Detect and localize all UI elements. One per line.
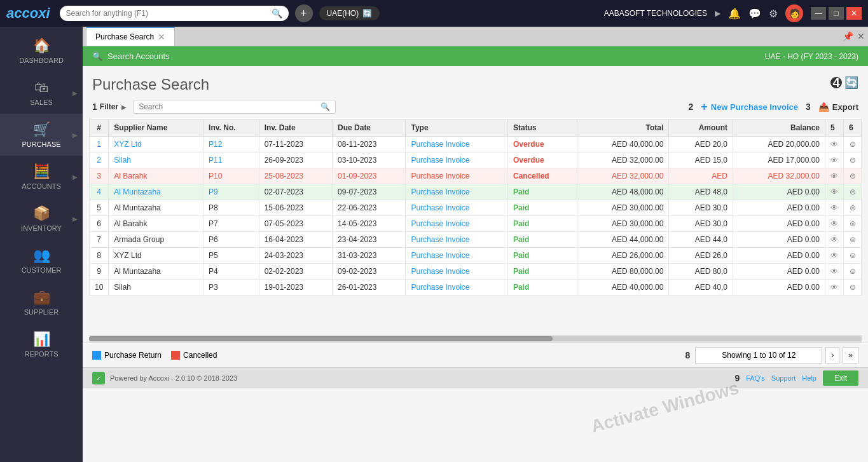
add-button[interactable]: + bbox=[295, 4, 313, 22]
cell-inv-no[interactable]: P6 bbox=[203, 232, 259, 248]
sidebar-item-sales[interactable]: 🛍 SALES ▶ bbox=[0, 72, 83, 114]
cell-view-action[interactable]: 👁 bbox=[825, 153, 844, 168]
sidebar-item-inventory[interactable]: 📦 INVENTORY ▶ bbox=[0, 198, 83, 240]
cell-menu-action[interactable]: ⊜ bbox=[844, 184, 862, 200]
minimize-button[interactable]: — bbox=[811, 7, 826, 20]
notifications-icon[interactable]: 🔔 bbox=[728, 8, 741, 20]
horizontal-scrollbar[interactable] bbox=[89, 335, 862, 343]
cell-menu-action[interactable]: ⊜ bbox=[844, 248, 862, 264]
user-avatar[interactable]: 🧑 bbox=[785, 4, 803, 22]
tab-pin-icon[interactable]: 📌 bbox=[843, 31, 853, 41]
next-page-button[interactable]: › bbox=[825, 347, 839, 363]
cell-supplier[interactable]: Al Barahk bbox=[109, 168, 203, 184]
cell-menu-action[interactable]: ⊜ bbox=[844, 200, 862, 216]
footer: ✓ Powered by Accoxi - 2.0.10 © 2018-2023… bbox=[83, 367, 868, 388]
cell-view-action[interactable]: 👁 bbox=[825, 137, 844, 153]
menu-icon[interactable]: ⊜ bbox=[850, 267, 856, 276]
faqs-link[interactable]: FAQ's bbox=[746, 374, 765, 382]
refresh-icon[interactable]: 🔄 bbox=[362, 9, 372, 18]
cell-supplier[interactable]: Silah bbox=[109, 280, 203, 296]
close-window-button[interactable]: ✕ bbox=[846, 7, 862, 20]
cell-inv-no[interactable]: P5 bbox=[203, 248, 259, 264]
cell-supplier[interactable]: XYZ Ltd bbox=[109, 137, 203, 153]
cell-supplier[interactable]: Silah bbox=[109, 153, 203, 168]
cell-inv-no[interactable]: P8 bbox=[203, 200, 259, 216]
view-icon[interactable]: 👁 bbox=[830, 283, 838, 292]
cell-balance: AED 0.00 bbox=[733, 264, 825, 280]
view-icon[interactable]: 👁 bbox=[830, 267, 838, 276]
refresh-page-icon[interactable]: 🔄 bbox=[844, 76, 858, 90]
view-icon[interactable]: 👁 bbox=[830, 235, 838, 244]
new-purchase-invoice-button[interactable]: + New Purchase Invoice bbox=[701, 100, 798, 114]
menu-icon[interactable]: ⊜ bbox=[850, 203, 856, 212]
cell-inv-no[interactable]: P7 bbox=[203, 216, 259, 232]
cell-view-action[interactable]: 👁 bbox=[825, 200, 844, 216]
menu-icon[interactable]: ⊜ bbox=[850, 283, 856, 292]
cell-supplier[interactable]: Al Muntazaha bbox=[109, 200, 203, 216]
search-input[interactable] bbox=[139, 102, 317, 111]
cell-supplier[interactable]: Al Muntazaha bbox=[109, 184, 203, 200]
company-selector[interactable]: UAE(HO) 🔄 bbox=[319, 6, 380, 20]
menu-icon[interactable]: ⊜ bbox=[850, 140, 856, 149]
sidebar-item-customer[interactable]: 👥 CUSTOMER bbox=[0, 240, 83, 282]
cell-supplier[interactable]: Armada Group bbox=[109, 232, 203, 248]
view-icon[interactable]: 👁 bbox=[830, 140, 838, 149]
cell-supplier[interactable]: XYZ Ltd bbox=[109, 248, 203, 264]
cell-view-action[interactable]: 👁 bbox=[825, 264, 844, 280]
cell-menu-action[interactable]: ⊜ bbox=[844, 153, 862, 168]
cell-view-action[interactable]: 👁 bbox=[825, 280, 844, 296]
cell-supplier[interactable]: Al Barahk bbox=[109, 216, 203, 232]
filter-button[interactable]: Filter ▶ bbox=[100, 102, 127, 111]
exit-button[interactable]: Exit bbox=[823, 370, 858, 386]
menu-icon[interactable]: ⊜ bbox=[850, 156, 856, 165]
cell-type: Purchase Invoice bbox=[406, 137, 508, 153]
purchase-search-tab[interactable]: Purchase Search ✕ bbox=[86, 27, 175, 46]
cell-inv-no[interactable]: P4 bbox=[203, 264, 259, 280]
sidebar-item-dashboard[interactable]: 🏠 DASHBOARD bbox=[0, 30, 83, 72]
cell-inv-no[interactable]: P3 bbox=[203, 280, 259, 296]
menu-icon[interactable]: ⊜ bbox=[850, 172, 856, 180]
last-page-button[interactable]: » bbox=[843, 347, 858, 363]
cell-inv-no[interactable]: P11 bbox=[203, 153, 259, 168]
view-icon[interactable]: 👁 bbox=[830, 172, 838, 180]
cell-inv-no[interactable]: P9 bbox=[203, 184, 259, 200]
sidebar-item-accounts[interactable]: 🧮 ACCOUNTS ▶ bbox=[0, 156, 83, 198]
export-button[interactable]: 📤 Export bbox=[818, 102, 858, 112]
cell-menu-action[interactable]: ⊜ bbox=[844, 137, 862, 153]
cell-view-action[interactable]: 👁 bbox=[825, 216, 844, 232]
cell-view-action[interactable]: 👁 bbox=[825, 168, 844, 184]
view-icon[interactable]: 👁 bbox=[830, 251, 838, 260]
global-search-input[interactable] bbox=[66, 9, 272, 18]
maximize-button[interactable]: □ bbox=[829, 7, 844, 20]
view-icon[interactable]: 👁 bbox=[830, 156, 838, 165]
sidebar-item-reports[interactable]: 📊 REPORTS bbox=[0, 323, 83, 365]
messages-icon[interactable]: 💬 bbox=[748, 8, 761, 20]
support-link[interactable]: Support bbox=[771, 374, 796, 382]
cell-menu-action[interactable]: ⊜ bbox=[844, 168, 862, 184]
global-search-bar[interactable]: 🔍 bbox=[60, 6, 289, 21]
view-icon[interactable]: 👁 bbox=[830, 219, 838, 228]
cell-supplier[interactable]: Al Muntazaha bbox=[109, 264, 203, 280]
cell-menu-action[interactable]: ⊜ bbox=[844, 232, 862, 248]
cell-view-action[interactable]: 👁 bbox=[825, 184, 844, 200]
cell-inv-no[interactable]: P10 bbox=[203, 168, 259, 184]
settings-icon[interactable]: ⚙ bbox=[769, 8, 778, 20]
view-icon[interactable]: 👁 bbox=[830, 203, 838, 212]
cell-view-action[interactable]: 👁 bbox=[825, 248, 844, 264]
menu-icon[interactable]: ⊜ bbox=[850, 235, 856, 244]
sidebar-item-supplier[interactable]: 💼 SUPPLIER bbox=[0, 282, 83, 323]
menu-icon[interactable]: ⊜ bbox=[850, 219, 856, 228]
tab-close-icon[interactable]: ✕ bbox=[158, 32, 165, 42]
cell-inv-no[interactable]: P12 bbox=[203, 137, 259, 153]
cell-menu-action[interactable]: ⊜ bbox=[844, 216, 862, 232]
cell-menu-action[interactable]: ⊜ bbox=[844, 280, 862, 296]
sidebar-item-purchase[interactable]: 🛒 PURCHASE ▶ bbox=[0, 114, 83, 156]
menu-icon[interactable]: ⊜ bbox=[850, 251, 856, 260]
search-submit-icon[interactable]: 🔍 bbox=[320, 102, 330, 111]
view-icon[interactable]: 👁 bbox=[830, 187, 838, 196]
help-link[interactable]: Help bbox=[802, 374, 816, 382]
cell-menu-action[interactable]: ⊜ bbox=[844, 264, 862, 280]
cell-view-action[interactable]: 👁 bbox=[825, 232, 844, 248]
menu-icon[interactable]: ⊜ bbox=[850, 187, 856, 196]
tab-close-all-icon[interactable]: ✕ bbox=[857, 31, 865, 41]
